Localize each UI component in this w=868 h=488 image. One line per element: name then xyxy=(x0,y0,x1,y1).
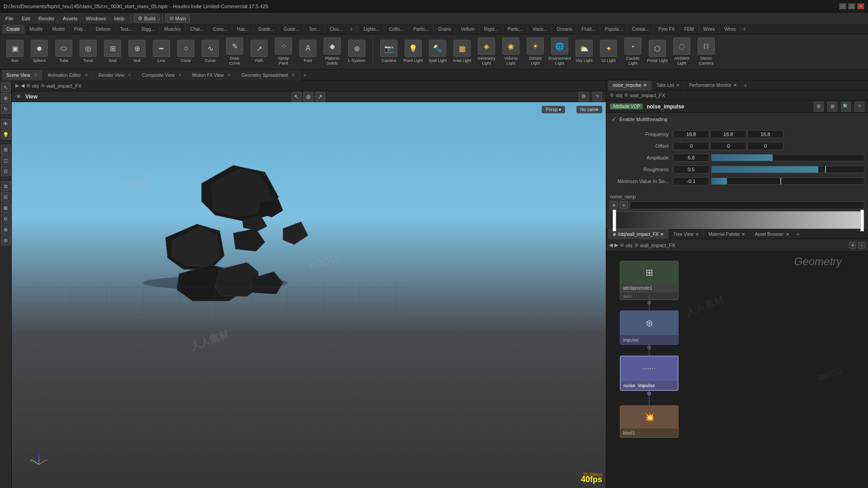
shelf-tab-clou[interactable]: Clou... xyxy=(325,24,348,34)
handle-tool[interactable]: ⊡ xyxy=(1,166,11,176)
close-geo-spreadsheet[interactable]: ✕ xyxy=(292,73,295,77)
net-zoom-in[interactable]: + xyxy=(849,242,856,249)
vp-help-icon[interactable]: ? xyxy=(592,92,602,102)
build-button[interactable]: ⚙ Build xyxy=(134,14,159,23)
shelf-tab-model[interactable]: Model xyxy=(47,24,69,34)
vp-btn3[interactable]: ↗ xyxy=(315,92,325,102)
close-take-list[interactable]: ✕ xyxy=(676,83,679,88)
tab-render-view[interactable]: Render View ✕ xyxy=(94,70,137,80)
close-scene-view[interactable]: ✕ xyxy=(34,73,38,77)
shelf-tool-portal-light[interactable]: ⬡ Portal Light xyxy=(646,38,669,65)
close-composite-view[interactable]: ✕ xyxy=(178,73,182,77)
close-net-asset[interactable]: ✕ xyxy=(786,232,789,237)
shelf-tab-wires[interactable]: Wires xyxy=(699,24,720,34)
shelf-tab-deform[interactable]: Deform xyxy=(91,24,116,34)
shelf-tool-platonic[interactable]: ◆ Platonic Solids xyxy=(321,36,344,68)
lights-tool[interactable]: 💡 xyxy=(1,130,11,140)
shelf-tab-popula[interactable]: Popula... xyxy=(600,24,627,34)
viewport-canvas[interactable]: 人人素材 RRCG 人人素材 xyxy=(12,102,606,488)
shelf-tab-rigg[interactable]: Rigg... xyxy=(137,24,160,34)
menu-render[interactable]: Render xyxy=(35,15,58,22)
menu-help[interactable]: Help xyxy=(110,15,128,22)
vp-settings-icon[interactable]: ⚙ xyxy=(579,92,589,102)
shelf-tool-caustic-light[interactable]: ⋆ Caustic Light xyxy=(622,36,644,68)
shelf-tab-create[interactable]: Create xyxy=(2,24,25,34)
menu-file[interactable]: File xyxy=(2,15,17,22)
shelf-tab-terr[interactable]: Terr... xyxy=(304,24,325,34)
close-render-view[interactable]: ✕ xyxy=(128,73,132,77)
shelf-tool-grid[interactable]: ⊞ Grid xyxy=(101,38,124,65)
tool10[interactable]: ⊟ xyxy=(1,192,11,202)
shelf-tool-font[interactable]: A Font xyxy=(297,38,319,65)
shelf-tab-guide2[interactable]: Guide... xyxy=(279,24,304,34)
freq-val1[interactable]: 16.8 xyxy=(673,130,709,138)
bc3-back[interactable]: ◀ xyxy=(609,242,613,248)
bc-back[interactable]: ◀ xyxy=(21,83,24,89)
shelf-tool-area-light[interactable]: ▦ Area Light xyxy=(451,38,473,65)
shelf-tool-volume-light[interactable]: ◉ Volume Light xyxy=(500,36,522,68)
shelf-tab-fem[interactable]: FEM xyxy=(679,24,698,34)
shelf-tool-spot-light[interactable]: 🔦 Spot Light xyxy=(426,38,449,65)
menu-assets[interactable]: Assets xyxy=(59,15,81,22)
amp-val[interactable]: 6.8 xyxy=(673,154,709,162)
close-net-wall[interactable]: ✕ xyxy=(660,232,664,237)
tool12[interactable]: ⊖ xyxy=(1,214,11,224)
main-button[interactable]: ⊙ Main xyxy=(165,14,190,23)
shelf-tab-muscles[interactable]: Muscles xyxy=(160,24,186,34)
shelf-tab-oceans[interactable]: Oceans xyxy=(552,24,577,34)
shelf-tool-path[interactable]: ↗ Path xyxy=(248,38,270,65)
tool11[interactable]: ⊠ xyxy=(1,203,11,213)
shelf-tab-modify[interactable]: Modify xyxy=(25,24,47,34)
shelf-tool-box[interactable]: ▣ Box xyxy=(4,38,26,65)
shelf-tab-lights[interactable]: Lights... xyxy=(359,24,384,34)
shelf-tool-circle[interactable]: ○ Circle xyxy=(175,38,197,65)
shelf-tab-add1[interactable]: + xyxy=(348,25,355,33)
no-cam-button[interactable]: No cam▾ xyxy=(576,106,602,113)
shelf-tab-fluid[interactable]: Fluid... xyxy=(577,24,600,34)
shelf-tool-camera[interactable]: 📷 Camera xyxy=(377,38,400,65)
ghost-tool[interactable]: ◫ xyxy=(1,155,11,165)
persp-button[interactable]: Persp ▾ xyxy=(542,106,565,113)
rough-slider[interactable] xyxy=(711,166,864,173)
select-tool[interactable]: ↖ xyxy=(1,82,11,92)
attr-vop-info[interactable]: ? xyxy=(854,102,864,112)
tab-take-list[interactable]: Take List ✕ xyxy=(652,80,684,90)
tab-geometry-spreadsheet[interactable]: Geometry Spreadsheet ✕ xyxy=(237,70,300,80)
tab-motion-fx-view[interactable]: Motion FX View ✕ xyxy=(188,70,236,80)
shelf-tab-partic[interactable]: Partic... xyxy=(409,24,434,34)
shelf-tool-torus[interactable]: ◎ Torus xyxy=(77,38,99,65)
shelf-tab-drive[interactable]: Wires xyxy=(720,24,741,34)
vp-btn2[interactable]: ⊕ xyxy=(303,92,313,102)
right-panel-tab-add[interactable]: + xyxy=(742,82,749,89)
snap-tool[interactable]: ⊞ xyxy=(1,145,11,155)
shelf-tool-tube[interactable]: ⬭ Tube xyxy=(52,38,75,65)
ramp-delete-btn[interactable]: ✕ xyxy=(610,201,618,209)
node-impulse[interactable]: ⊛ impulse xyxy=(620,310,679,350)
net-tab-wall[interactable]: ⊕ /obj/wall_impact_FX ✕ xyxy=(608,229,669,239)
freq-val2[interactable]: 16.8 xyxy=(710,130,746,138)
shelf-tab-contai[interactable]: Contai... xyxy=(627,24,654,34)
tab-performance-monitor[interactable]: Performance Monitor ✕ xyxy=(684,80,741,90)
minimize-button[interactable]: ─ xyxy=(839,3,846,9)
freq-val3[interactable]: 16.8 xyxy=(747,130,783,138)
node-noise-impulse[interactable]: ⋯⋯ noise_impulse xyxy=(620,356,679,396)
net-tab-asset[interactable]: Asset Browser ✕ xyxy=(750,229,794,239)
node-attribpromote1[interactable]: ⊞ attribpromote1 debri xyxy=(620,261,679,305)
close-noise-impulse[interactable]: ✕ xyxy=(643,83,647,88)
node-blast1[interactable]: 💥 blast1 xyxy=(620,405,679,438)
amp-slider[interactable] xyxy=(711,154,864,161)
attr-vop-gear[interactable]: ⚙ xyxy=(814,102,824,112)
shelf-tool-spray[interactable]: ⁘ Spray Paint xyxy=(272,36,295,68)
offset-val3[interactable]: 0 xyxy=(747,142,783,150)
shelf-tab-vellum[interactable]: Vellum xyxy=(456,24,479,34)
attr-vop-search[interactable]: 🔍 xyxy=(841,102,851,112)
shelf-tool-gi-light[interactable]: ✦ GI Light xyxy=(597,38,620,65)
ramp-input[interactable] xyxy=(630,202,864,209)
attr-vop-key[interactable]: ⊞ xyxy=(827,102,837,112)
tab-scene-view[interactable]: Scene View ✕ xyxy=(2,70,42,80)
close-net-tree[interactable]: ✕ xyxy=(695,232,699,237)
shelf-tab-cons[interactable]: Cons... xyxy=(208,24,232,34)
shelf-tab-char[interactable]: Char... xyxy=(186,24,208,34)
minval-slider[interactable] xyxy=(711,178,864,185)
bc3-ctx[interactable]: wall_impact_FX xyxy=(640,243,675,248)
